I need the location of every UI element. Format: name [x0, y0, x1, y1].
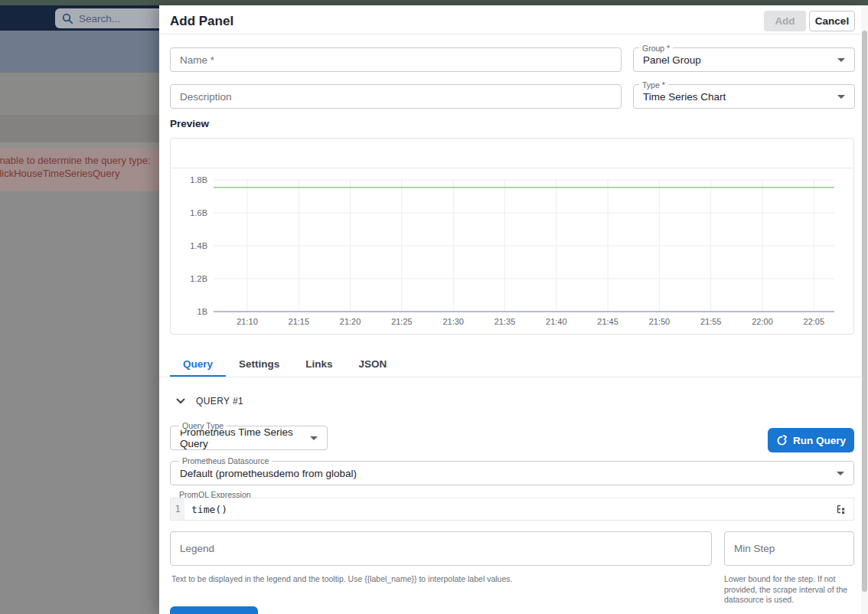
datasource-value: Default (prometheusdemo from global): [180, 468, 837, 479]
tab-query-label: Query: [183, 358, 213, 370]
legend-helper-text: Text to be displayed in the legend and t…: [171, 574, 700, 585]
time-series-chart: 1.8B1.6B1.4B1.2B1B21:1021:1521:2021:2521…: [171, 168, 853, 335]
preview-panel: 1.8B1.6B1.4B1.2B1B21:1021:1521:2021:2521…: [170, 138, 854, 335]
svg-text:21:20: 21:20: [340, 317, 361, 326]
dialog-scrollbar[interactable]: [861, 5, 868, 614]
run-query-button[interactable]: Run Query: [768, 428, 854, 452]
error-alert-line1: Unable to determine the query type:: [0, 154, 159, 167]
scrollbar-thumb[interactable]: [862, 31, 867, 592]
svg-text:22:00: 22:00: [752, 317, 773, 326]
svg-text:21:25: 21:25: [391, 317, 413, 326]
svg-text:21:50: 21:50: [649, 317, 671, 326]
query-type-label: Query Type: [179, 421, 227, 430]
svg-text:21:10: 21:10: [237, 317, 258, 326]
cancel-button[interactable]: Cancel: [809, 11, 855, 31]
header-divider: [159, 34, 861, 34]
chart-canvas: 1.8B1.6B1.4B1.2B1B21:1021:1521:2021:2521…: [171, 168, 853, 335]
tab-links[interactable]: Links: [292, 351, 345, 377]
os-top-strip: [0, 0, 868, 5]
promql-expression[interactable]: time(): [184, 504, 836, 515]
add-button[interactable]: Add: [764, 11, 806, 31]
svg-text:1.2B: 1.2B: [190, 274, 207, 283]
preview-label: Preview: [170, 118, 209, 129]
datasource-label: Prometheus Datasource: [179, 456, 272, 465]
svg-text:21:15: 21:15: [289, 317, 310, 326]
search-placeholder: Search...: [79, 13, 120, 24]
svg-text:1.6B: 1.6B: [190, 208, 207, 217]
panel-separator-dimmed: [0, 142, 159, 148]
panel-header-dimmed: [0, 115, 159, 142]
min-step-helper-text: Lower bound for the step. If not provide…: [724, 574, 853, 606]
dashboard-toolbar-dimmed: [0, 31, 159, 73]
min-step-field[interactable]: [724, 531, 854, 566]
description-field[interactable]: [170, 84, 622, 109]
error-alert-line2: ClickHouseTimeSeriesQuery: [0, 167, 159, 180]
tab-settings-label: Settings: [239, 358, 279, 370]
svg-text:21:35: 21:35: [494, 317, 516, 326]
chevron-down-icon: [310, 436, 318, 440]
svg-text:1B: 1B: [197, 307, 207, 316]
svg-text:21:45: 21:45: [597, 317, 618, 326]
svg-text:22:05: 22:05: [804, 317, 825, 326]
tab-settings[interactable]: Settings: [226, 351, 292, 377]
chevron-down-icon: [176, 398, 185, 404]
chevron-down-icon: [837, 95, 845, 99]
prometheus-datasource-select[interactable]: Default (prometheusdemo from global): [170, 461, 854, 485]
group-label: Group *: [639, 44, 673, 53]
tabs-divider: [159, 377, 861, 377]
query-accordion-label: QUERY #1: [196, 396, 243, 407]
query-accordion-header[interactable]: QUERY #1: [170, 396, 243, 407]
dialog-title: Add Panel: [170, 14, 233, 29]
dashboard-background-dimmed: [0, 191, 159, 614]
panel-editor-tabs: Query Settings Links JSON: [170, 351, 400, 377]
tab-links-label: Links: [305, 358, 332, 370]
run-query-label: Run Query: [793, 435, 846, 446]
name-field[interactable]: [170, 47, 622, 72]
svg-text:1.8B: 1.8B: [190, 175, 207, 185]
error-alert: Unable to determine the query type: Clic…: [0, 148, 159, 191]
type-label: Type *: [639, 80, 668, 90]
dashboard-band-dimmed: [0, 73, 159, 115]
app-header-dimmed: Search...: [0, 5, 159, 31]
editor-line-number: 1: [171, 498, 184, 520]
promql-editor[interactable]: 1 time(): [170, 498, 854, 521]
tab-json-label: JSON: [359, 358, 387, 370]
legend-field[interactable]: [170, 531, 712, 566]
svg-text:1.4B: 1.4B: [190, 241, 207, 250]
tab-json[interactable]: JSON: [346, 351, 400, 377]
svg-text:21:55: 21:55: [700, 317, 722, 326]
group-select-value: Panel Group: [643, 54, 837, 66]
svg-text:21:40: 21:40: [546, 317, 567, 326]
tree-view-icon[interactable]: [836, 505, 847, 514]
add-query-button[interactable]: + Add Query: [170, 606, 258, 614]
type-select-value: Time Series Chart: [643, 91, 837, 103]
chevron-down-icon: [837, 472, 844, 475]
add-panel-dialog: Add Panel Add Cancel Panel Group Group *…: [159, 5, 868, 614]
chevron-down-icon: [837, 58, 845, 62]
refresh-icon: [776, 435, 788, 446]
search-icon: [62, 13, 73, 24]
svg-text:21:30: 21:30: [442, 317, 464, 326]
tab-query[interactable]: Query: [170, 351, 226, 377]
